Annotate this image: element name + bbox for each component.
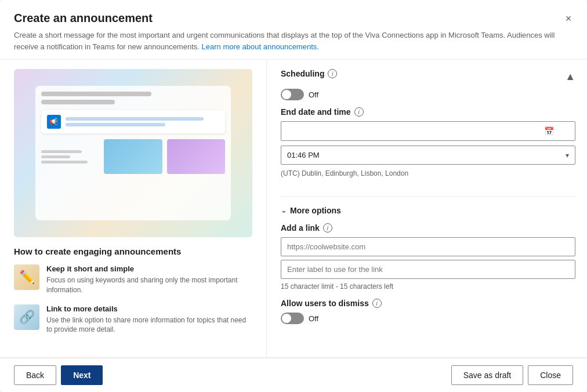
modal-title: Create an announcement <box>14 12 573 25</box>
modal-body: 📢 <box>0 60 587 357</box>
close-button[interactable]: Close <box>528 365 573 385</box>
tip-title-2: Link to more details <box>46 304 252 313</box>
end-date-label: End date and time i <box>281 107 575 117</box>
announce-line-1 <box>66 117 204 121</box>
link-label-input[interactable] <box>281 260 575 279</box>
more-options-section: ⌄ More options Add a link i https://cool… <box>281 206 575 324</box>
preview-text-line-2 <box>41 155 70 158</box>
tip-text-2: Link to more details Use the link option… <box>46 304 252 335</box>
dismiss-section: Allow users to dismiss i Off <box>281 299 575 324</box>
date-field-row: October 11, 2023 📅 <box>281 121 575 141</box>
learn-more-link[interactable]: Learn more about announcements. <box>202 42 319 51</box>
scheduling-section: Scheduling i ▲ Off End date and time i <box>281 69 575 197</box>
tip-desc-1: Focus on using keywords and sharing only… <box>46 275 252 295</box>
more-options-header[interactable]: ⌄ More options <box>281 206 575 215</box>
end-date-info-icon[interactable]: i <box>354 107 364 117</box>
time-chevron-icon: ▾ <box>566 151 569 159</box>
tip-item-1: ✏️ Keep it short and simple Focus on usi… <box>14 264 252 295</box>
calendar-icon[interactable]: 📅 <box>544 126 554 136</box>
tip-icon-pencil: ✏️ <box>14 264 39 290</box>
preview-bar-2 <box>41 100 115 104</box>
date-input-container[interactable]: October 11, 2023 📅 <box>281 121 575 141</box>
preview-bottom-row <box>41 139 225 174</box>
scheduling-label: Scheduling i <box>281 69 337 78</box>
time-select[interactable]: 01:46 PM ▾ <box>281 146 575 165</box>
time-field-row: 01:46 PM ▾ <box>281 146 575 165</box>
how-to-section: How to create engaging announcements ✏️ … <box>14 246 252 335</box>
dismiss-toggle[interactable] <box>281 313 304 324</box>
announce-lines <box>66 117 219 126</box>
right-panel: Scheduling i ▲ Off End date and time i <box>267 60 587 357</box>
tip-title-1: Keep it short and simple <box>46 264 252 273</box>
scheduling-info-icon[interactable]: i <box>328 69 337 78</box>
scheduling-row: Scheduling i ▲ <box>281 69 575 84</box>
scheduling-toggle-container: Off <box>281 89 575 100</box>
dismiss-toggle-label: Off <box>309 314 318 323</box>
more-options-chevron-icon: ⌄ <box>281 206 287 215</box>
add-link-info-icon[interactable]: i <box>323 223 332 233</box>
time-value: 01:46 PM <box>287 151 320 159</box>
preview-announcement-card: 📢 <box>41 110 225 133</box>
modal-footer: Back Next Save as draft Close <box>0 358 587 392</box>
preview-text-line-1 <box>41 150 82 153</box>
link-url-input[interactable]: https://coolwebsite.com <box>281 237 575 256</box>
date-input[interactable]: October 11, 2023 <box>287 127 544 136</box>
tip-icon-link: 🔗 <box>14 304 39 330</box>
timezone-text: (UTC) Dublin, Edinburgh, Lisbon, London <box>281 169 575 177</box>
preview-card-blue <box>104 139 162 174</box>
tip-text-1: Keep it short and simple Focus on using … <box>46 264 252 295</box>
char-limit-text: 15 character limit - 15 characters left <box>281 282 575 291</box>
scheduling-toggle-label: Off <box>309 90 318 99</box>
preview-text-line-3 <box>41 161 88 164</box>
modal-close-button[interactable]: × <box>559 9 578 28</box>
how-to-heading: How to create engaging announcements <box>14 246 252 256</box>
tip-item-2: 🔗 Link to more details Use the link opti… <box>14 304 252 335</box>
back-button[interactable]: Back <box>14 365 56 385</box>
left-panel: 📢 <box>0 60 267 357</box>
tip-desc-2: Use the link option to share more inform… <box>46 315 252 335</box>
allow-dismiss-info-icon[interactable]: i <box>372 299 382 308</box>
preview-text-block <box>41 139 99 174</box>
footer-right: Save as draft Close <box>451 365 573 385</box>
more-options-label: More options <box>290 206 341 215</box>
dismiss-toggle-container: Off <box>281 313 575 324</box>
announce-line-2 <box>66 123 165 126</box>
announcement-icon: 📢 <box>47 115 61 129</box>
toggle-thumb <box>282 90 291 99</box>
add-link-label: Add a link i <box>281 223 575 233</box>
announcement-preview: 📢 <box>14 69 252 237</box>
modal-subtitle: Create a short message for the most impo… <box>14 30 573 52</box>
scheduling-toggle[interactable] <box>281 89 304 100</box>
dismiss-toggle-thumb <box>282 314 291 323</box>
preview-card-purple <box>167 139 225 174</box>
scheduling-collapse-icon[interactable]: ▲ <box>565 71 575 83</box>
next-button[interactable]: Next <box>61 365 103 385</box>
create-announcement-modal: Create an announcement Create a short me… <box>0 0 587 392</box>
preview-bar-1 <box>41 92 151 96</box>
save-as-draft-button[interactable]: Save as draft <box>451 365 524 385</box>
footer-left: Back Next <box>14 365 103 385</box>
modal-header: Create an announcement Create a short me… <box>0 0 587 59</box>
allow-dismiss-label: Allow users to dismiss i <box>281 299 575 308</box>
preview-inner: 📢 <box>35 86 231 220</box>
